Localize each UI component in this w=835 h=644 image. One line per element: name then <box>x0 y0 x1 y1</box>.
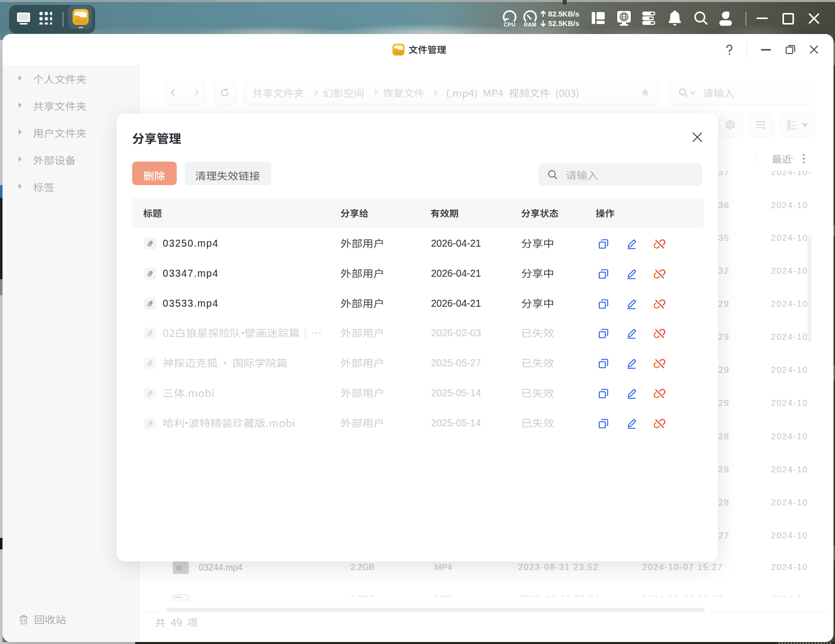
svg-text:RAM: RAM <box>524 22 536 28</box>
svg-text:CPU: CPU <box>504 22 515 28</box>
